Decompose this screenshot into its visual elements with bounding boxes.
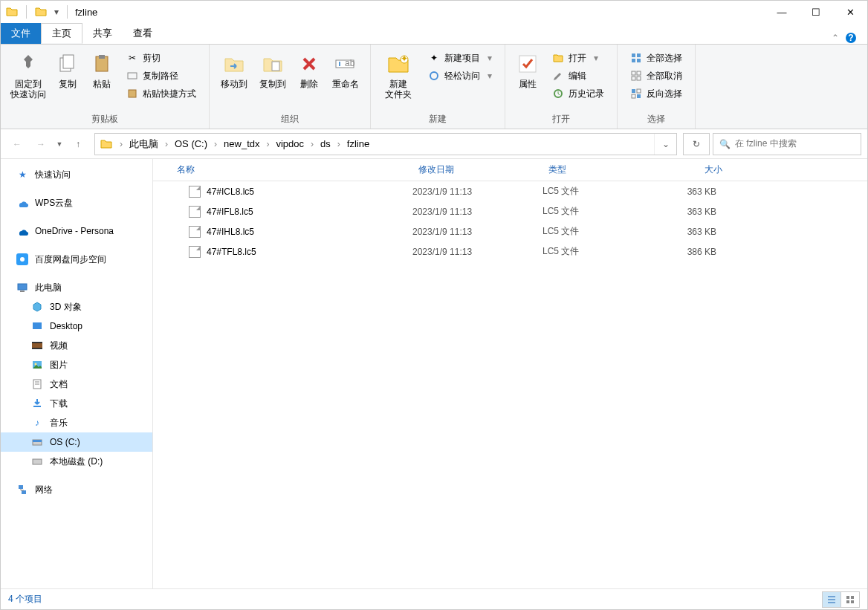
- crumb-fzline[interactable]: fzline: [343, 134, 374, 155]
- nav-3d-objects[interactable]: 3D 对象: [1, 297, 152, 317]
- move-to-button[interactable]: 移动到: [216, 48, 253, 93]
- drive-icon: [30, 455, 44, 468]
- tab-share[interactable]: 共享: [82, 23, 123, 44]
- nav-desktop[interactable]: Desktop: [1, 317, 152, 336]
- icons-view-button[interactable]: [841, 591, 860, 608]
- recent-dropdown[interactable]: ▼: [54, 134, 65, 155]
- nav-quick-access[interactable]: ★快速访问: [1, 165, 152, 184]
- svg-rect-28: [637, 94, 641, 98]
- svg-rect-51: [851, 596, 854, 599]
- chevron-right-icon[interactable]: ›: [308, 134, 316, 155]
- nav-pictures[interactable]: 图片: [1, 355, 152, 374]
- nav-network[interactable]: 网络: [1, 480, 152, 499]
- col-date[interactable]: 修改日期: [412, 163, 542, 176]
- item-count: 4 个项目: [8, 593, 42, 606]
- easy-access-button[interactable]: 轻松访问▾: [421, 67, 499, 85]
- copy-to-button[interactable]: 复制到: [254, 48, 291, 93]
- qat-dropdown-icon[interactable]: ▾: [52, 4, 61, 20]
- col-type[interactable]: 类型: [542, 163, 658, 176]
- delete-button[interactable]: 删除: [293, 48, 326, 93]
- svg-rect-44: [33, 459, 42, 464]
- title-bar: ▾ fzline — ☐ ✕: [1, 1, 867, 23]
- minimize-button[interactable]: —: [765, 1, 799, 23]
- select-none-button[interactable]: 全部取消: [624, 67, 689, 85]
- minimize-ribbon-icon[interactable]: ⌃: [832, 33, 839, 43]
- nav-documents[interactable]: 文档: [1, 374, 152, 394]
- open-button[interactable]: 打开▾: [545, 49, 611, 67]
- newfolder-icon: ✦: [386, 51, 411, 77]
- file-type: LC5 文件: [542, 225, 658, 238]
- cut-button[interactable]: ✂剪切: [120, 49, 203, 67]
- chevron-right-icon[interactable]: ›: [117, 134, 125, 155]
- addr-folder-icon[interactable]: [95, 134, 117, 155]
- col-size[interactable]: 大小: [658, 163, 728, 176]
- navigation-pane[interactable]: ★快速访问 WPS云盘 OneDrive - Persona 百度网盘同步空间 …: [1, 159, 153, 588]
- nav-downloads[interactable]: 下载: [1, 394, 152, 413]
- back-button[interactable]: ←: [7, 134, 27, 155]
- svg-rect-7: [129, 90, 136, 97]
- properties-button[interactable]: 属性: [511, 48, 544, 93]
- nav-this-pc[interactable]: 此电脑: [1, 278, 152, 297]
- chevron-right-icon[interactable]: ›: [163, 134, 170, 155]
- file-row[interactable]: 47#IHL8.lc52023/1/9 11:13LC5 文件363 KB: [153, 221, 867, 241]
- forward-button[interactable]: →: [30, 134, 51, 155]
- file-row[interactable]: 47#IFL8.lc52023/1/9 11:13LC5 文件363 KB: [153, 201, 867, 221]
- address-dropdown[interactable]: ⌄: [654, 134, 676, 155]
- col-name[interactable]: 名称: [171, 163, 412, 176]
- crumb-thispc[interactable]: 此电脑: [125, 134, 163, 155]
- crumb-ds[interactable]: ds: [316, 134, 335, 155]
- file-size: 363 KB: [658, 227, 728, 237]
- tab-home[interactable]: 主页: [41, 23, 82, 44]
- file-row[interactable]: 47#TFL8.lc52023/1/9 11:13LC5 文件386 KB: [153, 241, 867, 262]
- selectall-icon: [630, 52, 642, 64]
- paste-shortcut-button[interactable]: 粘贴快捷方式: [120, 85, 203, 103]
- details-view-button[interactable]: [822, 591, 841, 608]
- shortcut-icon: [126, 88, 138, 100]
- help-icon[interactable]: ?: [845, 32, 857, 44]
- address-bar[interactable]: › 此电脑› OS (C:)› new_tdx› vipdoc› ds› fzl…: [94, 133, 677, 155]
- nav-videos[interactable]: 视频: [1, 336, 152, 355]
- rename-button[interactable]: ab重命名: [327, 48, 364, 93]
- folder-qat-icon[interactable]: [33, 4, 49, 20]
- history-button[interactable]: 历史记录: [545, 85, 611, 103]
- refresh-button[interactable]: ↻: [683, 133, 710, 155]
- chevron-right-icon[interactable]: ›: [212, 134, 219, 155]
- svg-rect-10: [339, 62, 340, 66]
- pin-quick-access-button[interactable]: 固定到快速访问: [7, 48, 50, 103]
- new-item-button[interactable]: ✦新建项目▾: [421, 49, 499, 67]
- file-row[interactable]: 47#ICL8.lc52023/1/9 11:13LC5 文件363 KB: [153, 181, 867, 201]
- copy-path-button[interactable]: 复制路径: [120, 67, 203, 85]
- select-all-button[interactable]: 全部选择: [624, 49, 689, 67]
- up-button[interactable]: ↑: [68, 134, 88, 155]
- maximize-button[interactable]: ☐: [799, 1, 833, 23]
- crumb-osc[interactable]: OS (C:): [170, 134, 212, 155]
- close-button[interactable]: ✕: [833, 1, 867, 23]
- tab-file[interactable]: 文件: [1, 23, 41, 44]
- svg-rect-17: [632, 53, 635, 57]
- crumb-vipdoc[interactable]: vipdoc: [271, 134, 308, 155]
- svg-rect-46: [22, 490, 26, 494]
- nav-baidu[interactable]: 百度网盘同步空间: [1, 250, 152, 269]
- group-label: 打开: [552, 111, 570, 127]
- nav-disk-c[interactable]: OS (C:): [1, 432, 152, 452]
- svg-rect-27: [632, 94, 635, 98]
- nav-disk-d[interactable]: 本地磁盘 (D:): [1, 452, 152, 471]
- document-icon: [30, 377, 44, 391]
- edit-button[interactable]: 编辑: [545, 67, 611, 85]
- nav-wps[interactable]: WPS云盘: [1, 193, 152, 212]
- nav-onedrive[interactable]: OneDrive - Persona: [1, 221, 152, 241]
- new-folder-button[interactable]: ✦新建文件夹: [377, 48, 420, 103]
- paste-button[interactable]: 粘贴: [85, 48, 118, 93]
- invert-selection-button[interactable]: 反向选择: [624, 85, 689, 103]
- search-box[interactable]: 🔍 在 fzline 中搜索: [713, 133, 861, 155]
- chevron-right-icon[interactable]: ›: [264, 134, 271, 155]
- copy-button[interactable]: 复制: [51, 48, 84, 93]
- picture-icon: [30, 358, 44, 371]
- file-list[interactable]: 47#ICL8.lc52023/1/9 11:13LC5 文件363 KB47#…: [153, 181, 867, 262]
- chevron-right-icon[interactable]: ›: [335, 134, 343, 155]
- nav-music[interactable]: ♪音乐: [1, 413, 152, 432]
- tab-view[interactable]: 查看: [123, 23, 163, 44]
- file-size: 363 KB: [658, 186, 728, 197]
- crumb-newtdx[interactable]: new_tdx: [219, 134, 264, 155]
- easyaccess-icon: [428, 70, 440, 82]
